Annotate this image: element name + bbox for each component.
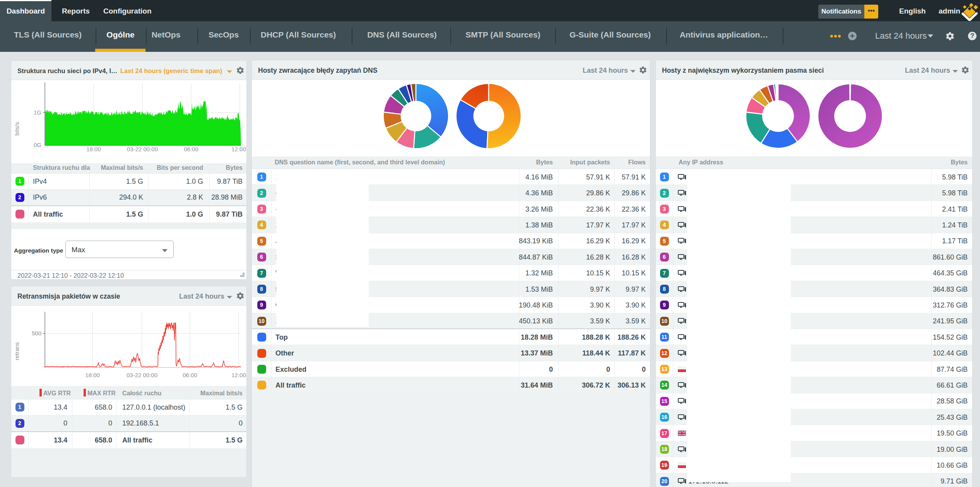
svg-text:12:00: 12:00 [231, 146, 246, 152]
svg-text:bits/s: bits/s [14, 122, 20, 135]
svg-text:12:00: 12:00 [231, 372, 246, 378]
svg-text:03-22 00:00: 03-22 00:00 [127, 146, 158, 152]
svg-text:1G: 1G [34, 109, 41, 116]
svg-text:0G: 0G [34, 142, 41, 148]
svg-text:18:00: 18:00 [86, 146, 101, 152]
svg-text:06:00: 06:00 [184, 146, 198, 152]
svg-text:retrans: retrans [14, 342, 20, 361]
svg-text:18:00: 18:00 [85, 372, 100, 378]
svg-text:03-22 00:00: 03-22 00:00 [127, 372, 157, 378]
svg-text:500: 500 [32, 330, 41, 337]
svg-text:06:00: 06:00 [183, 372, 197, 378]
